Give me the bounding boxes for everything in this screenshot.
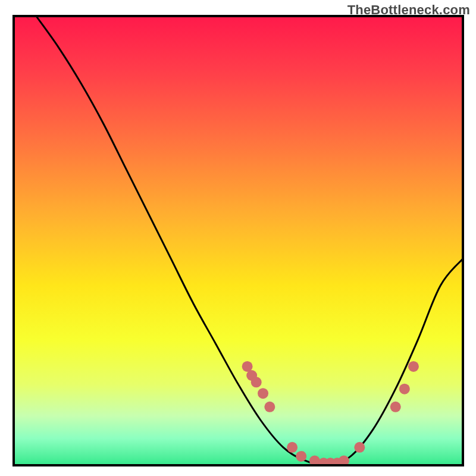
data-marker xyxy=(399,384,410,394)
data-marker xyxy=(287,442,298,453)
bottleneck-chart xyxy=(0,0,476,476)
watermark-text: TheBottleneck.com xyxy=(347,2,470,18)
plot-area xyxy=(14,16,463,468)
data-marker xyxy=(296,451,306,462)
chart-container: TheBottleneck.com xyxy=(0,0,476,476)
data-marker xyxy=(258,388,268,399)
data-marker xyxy=(390,402,401,412)
data-marker xyxy=(251,377,262,387)
data-marker xyxy=(264,402,275,412)
data-marker xyxy=(354,442,365,453)
data-marker xyxy=(408,361,419,372)
